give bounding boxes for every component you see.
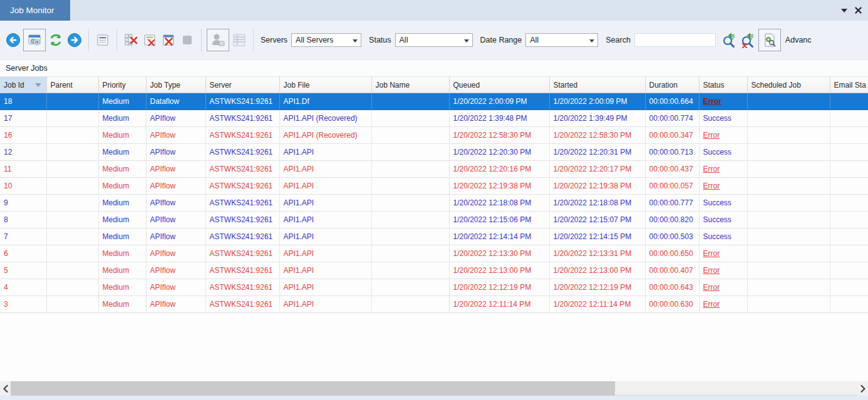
monitor-pause-button[interactable] — [23, 29, 46, 51]
table-row[interactable]: 6 Medium APIflow ASTWKS241:9261 API1.API… — [0, 245, 868, 262]
cell-server[interactable]: ASTWKS241:9261 — [205, 245, 279, 262]
cell-started[interactable]: 1/20/2022 12:18:08 PM — [549, 195, 645, 212]
cell-email-status[interactable] — [830, 127, 868, 144]
cell-scheduled-job[interactable] — [747, 110, 830, 127]
cell-server[interactable]: ASTWKS241:9261 — [205, 279, 279, 296]
cell-parent[interactable] — [46, 279, 98, 296]
cell-scheduled-job[interactable] — [747, 245, 830, 262]
cell-scheduled-job[interactable] — [747, 296, 830, 313]
cell-job-file[interactable]: API1.API — [279, 161, 371, 178]
column-header-started[interactable]: Started — [549, 77, 645, 93]
cell-status[interactable]: Error — [699, 127, 747, 144]
cell-job-name[interactable] — [371, 127, 449, 144]
cell-status[interactable]: Success — [699, 144, 747, 161]
cell-job-file[interactable]: API1.API — [279, 144, 371, 161]
cell-job-id[interactable]: 9 — [0, 195, 46, 212]
cell-server[interactable]: ASTWKS241:9261 — [205, 127, 279, 144]
cell-priority[interactable]: Medium — [98, 110, 146, 127]
cell-parent[interactable] — [46, 93, 98, 110]
cell-queued[interactable]: 1/20/2022 12:14:14 PM — [449, 228, 549, 245]
cell-parent[interactable] — [46, 262, 98, 279]
column-header-queued[interactable]: Queued — [449, 77, 549, 93]
cell-job-type[interactable]: APIflow — [146, 279, 205, 296]
forward-button[interactable] — [66, 31, 83, 49]
scroll-left-button[interactable] — [0, 381, 11, 396]
cell-scheduled-job[interactable] — [747, 178, 830, 195]
cell-parent[interactable] — [46, 212, 98, 228]
cell-job-file[interactable]: API1.API — [279, 212, 371, 228]
cell-status[interactable]: Error — [699, 178, 747, 195]
cell-email-status[interactable] — [830, 93, 868, 110]
cell-server[interactable]: ASTWKS241:9261 — [205, 93, 279, 110]
cell-job-id[interactable]: 5 — [0, 262, 46, 279]
cell-priority[interactable]: Medium — [98, 212, 146, 228]
table-row[interactable]: 11 Medium APIflow ASTWKS241:9261 API1.AP… — [0, 161, 868, 178]
cell-started[interactable]: 1/20/2022 12:20:31 PM — [549, 144, 645, 161]
search-go-button[interactable] — [721, 31, 738, 49]
table-row[interactable]: 18 Medium Dataflow ASTWKS241:9261 API1.D… — [0, 93, 868, 110]
cell-queued[interactable]: 1/20/2022 12:20:30 PM — [449, 144, 549, 161]
cell-priority[interactable]: Medium — [98, 144, 146, 161]
cell-duration[interactable]: 00:00:00.777 — [645, 195, 699, 212]
cell-duration[interactable]: 00:00:00.820 — [645, 212, 699, 228]
cell-job-file[interactable]: API1.API — [279, 262, 371, 279]
cell-priority[interactable]: Medium — [98, 195, 146, 212]
cell-duration[interactable]: 00:00:00.437 — [645, 161, 699, 178]
cell-job-file[interactable]: API1.API — [279, 178, 371, 195]
cell-job-file[interactable]: API1.API — [279, 279, 371, 296]
cell-priority[interactable]: Medium — [98, 279, 146, 296]
cell-started[interactable]: 1/20/2022 12:15:07 PM — [549, 212, 645, 228]
column-header-priority[interactable]: Priority — [98, 77, 146, 93]
cell-job-type[interactable]: APIflow — [146, 161, 205, 178]
column-header-status[interactable]: Status — [699, 77, 747, 93]
servers-filter-combo[interactable]: All Servers — [291, 33, 361, 47]
cell-duration[interactable]: 00:00:00.057 — [645, 178, 699, 195]
cell-parent[interactable] — [46, 110, 98, 127]
cell-parent[interactable] — [46, 178, 98, 195]
cell-job-type[interactable]: APIflow — [146, 127, 205, 144]
cell-job-name[interactable] — [371, 178, 449, 195]
cell-priority[interactable]: Medium — [98, 262, 146, 279]
cell-scheduled-job[interactable] — [747, 93, 830, 110]
cell-duration[interactable]: 00:00:00.650 — [645, 245, 699, 262]
scroll-right-button[interactable] — [857, 381, 868, 396]
cell-job-name[interactable] — [371, 212, 449, 228]
cell-status[interactable]: Success — [699, 228, 747, 245]
cell-job-id[interactable]: 10 — [0, 178, 46, 195]
cell-email-status[interactable] — [830, 178, 868, 195]
cell-job-type[interactable]: APIflow — [146, 245, 205, 262]
cell-status[interactable]: Error — [699, 245, 747, 262]
tab-job-monitor[interactable]: Job Monitor — [0, 0, 70, 21]
cell-job-id[interactable]: 8 — [0, 212, 46, 228]
table-row[interactable]: 7 Medium APIflow ASTWKS241:9261 API1.API… — [0, 228, 868, 245]
cell-duration[interactable]: 00:00:00.774 — [645, 110, 699, 127]
cell-duration[interactable]: 00:00:00.643 — [645, 279, 699, 296]
cell-job-id[interactable]: 6 — [0, 245, 46, 262]
cell-parent[interactable] — [46, 144, 98, 161]
cell-queued[interactable]: 1/20/2022 12:20:16 PM — [449, 161, 549, 178]
cell-duration[interactable]: 00:00:00.407 — [645, 262, 699, 279]
date-range-filter-combo[interactable]: All — [525, 33, 598, 47]
cell-priority[interactable]: Medium — [98, 296, 146, 313]
cell-server[interactable]: ASTWKS241:9261 — [205, 161, 279, 178]
cell-started[interactable]: 1/20/2022 12:13:31 PM — [549, 245, 645, 262]
cell-started[interactable]: 1/20/2022 2:00:09 PM — [549, 93, 645, 110]
cell-email-status[interactable] — [830, 110, 868, 127]
cell-email-status[interactable] — [830, 228, 868, 245]
column-header-job-name[interactable]: Job Name — [371, 77, 449, 93]
cell-server[interactable]: ASTWKS241:9261 — [205, 195, 279, 212]
column-header-email-status[interactable]: Email Sta — [830, 77, 868, 93]
scrollbar-thumb[interactable] — [11, 381, 615, 396]
table-row[interactable]: 3 Medium APIflow ASTWKS241:9261 API1.API… — [0, 296, 868, 313]
table-row[interactable]: 9 Medium APIflow ASTWKS241:9261 API1.API… — [0, 195, 868, 212]
cell-priority[interactable]: Medium — [98, 93, 146, 110]
cell-duration[interactable]: 00:00:00.713 — [645, 144, 699, 161]
cell-queued[interactable]: 1/20/2022 12:58:30 PM — [449, 127, 549, 144]
cell-started[interactable]: 1/20/2022 12:58:30 PM — [549, 127, 645, 144]
cell-job-id[interactable]: 3 — [0, 296, 46, 313]
cell-job-id[interactable]: 12 — [0, 144, 46, 161]
cell-job-type[interactable]: APIflow — [146, 212, 205, 228]
cell-job-name[interactable] — [371, 245, 449, 262]
horizontal-scrollbar[interactable] — [0, 381, 868, 395]
cell-scheduled-job[interactable] — [747, 212, 830, 228]
